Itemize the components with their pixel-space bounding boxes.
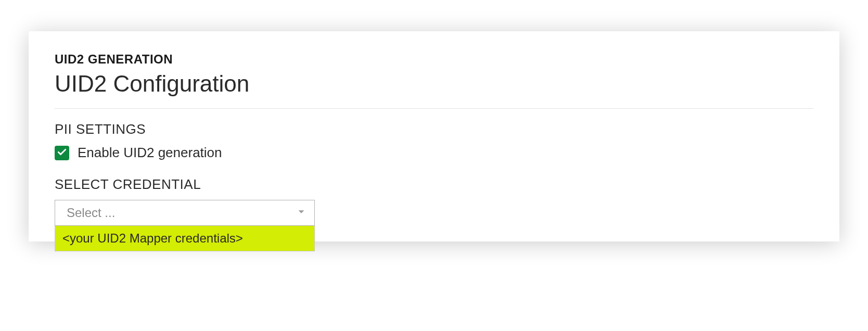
credential-select[interactable]: Select ... [55, 200, 315, 226]
credential-option[interactable]: <your UID2 Mapper credentials> [55, 226, 314, 251]
credential-section-label: SELECT CREDENTIAL [55, 176, 813, 193]
config-card: UID2 GENERATION UID2 Configuration PII S… [29, 31, 839, 241]
page-title: UID2 Configuration [55, 71, 813, 97]
check-icon [57, 147, 67, 159]
pii-section-label: PII SETTINGS [55, 121, 813, 137]
enable-uid2-row[interactable]: Enable UID2 generation [55, 145, 813, 161]
credential-select-placeholder: Select ... [67, 206, 115, 220]
credential-select-wrap: Select ... <your UID2 Mapper credentials… [55, 200, 315, 226]
enable-uid2-label: Enable UID2 generation [78, 145, 222, 161]
credential-dropdown: <your UID2 Mapper credentials> [55, 226, 315, 251]
chevron-down-icon [296, 206, 307, 220]
divider [55, 108, 813, 109]
section-overline: UID2 GENERATION [55, 52, 813, 67]
enable-uid2-checkbox[interactable] [55, 146, 69, 160]
